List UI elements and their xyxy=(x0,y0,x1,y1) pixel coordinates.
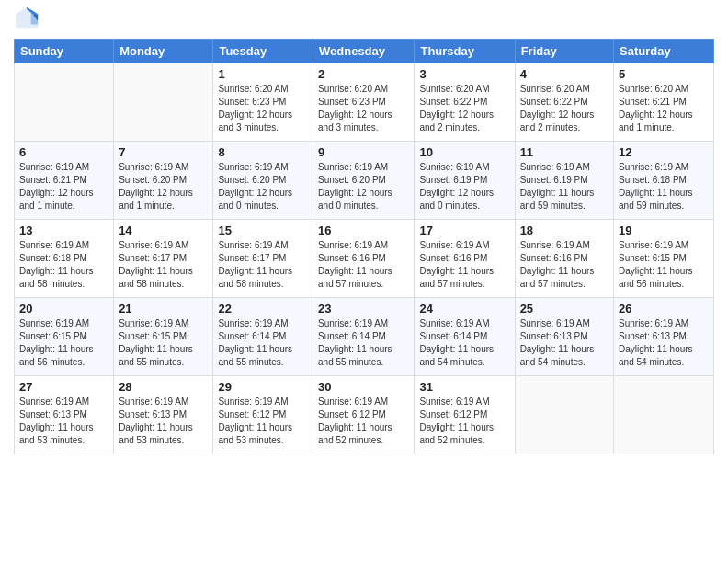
calendar-cell: 18Sunrise: 6:19 AM Sunset: 6:16 PM Dayli… xyxy=(515,220,613,298)
column-header-thursday: Thursday xyxy=(415,40,515,63)
day-info: Sunrise: 6:19 AM Sunset: 6:13 PM Dayligh… xyxy=(619,317,709,369)
day-number: 15 xyxy=(218,224,308,237)
day-info: Sunrise: 6:19 AM Sunset: 6:13 PM Dayligh… xyxy=(19,396,108,447)
day-number: 21 xyxy=(119,302,208,316)
day-number: 10 xyxy=(419,145,509,159)
calendar-cell: 6Sunrise: 6:19 AM Sunset: 6:21 PM Daylig… xyxy=(15,142,114,220)
day-info: Sunrise: 6:19 AM Sunset: 6:20 PM Dayligh… xyxy=(318,161,409,213)
day-number: 26 xyxy=(619,302,709,316)
calendar-cell: 2Sunrise: 6:20 AM Sunset: 6:23 PM Daylig… xyxy=(313,63,415,142)
day-info: Sunrise: 6:19 AM Sunset: 6:21 PM Dayligh… xyxy=(19,161,108,213)
day-info: Sunrise: 6:19 AM Sunset: 6:13 PM Dayligh… xyxy=(520,317,609,369)
calendar-header-row: SundayMondayTuesdayWednesdayThursdayFrid… xyxy=(15,40,714,63)
calendar-cell: 15Sunrise: 6:19 AM Sunset: 6:17 PM Dayli… xyxy=(213,220,313,298)
day-info: Sunrise: 6:19 AM Sunset: 6:18 PM Dayligh… xyxy=(619,161,709,213)
day-info: Sunrise: 6:19 AM Sunset: 6:12 PM Dayligh… xyxy=(218,396,308,447)
day-number: 9 xyxy=(318,145,409,159)
calendar-cell: 28Sunrise: 6:19 AM Sunset: 6:13 PM Dayli… xyxy=(114,376,213,454)
day-number: 25 xyxy=(520,302,609,316)
logo xyxy=(14,9,43,31)
day-info: Sunrise: 6:19 AM Sunset: 6:15 PM Dayligh… xyxy=(619,239,709,291)
day-info: Sunrise: 6:20 AM Sunset: 6:22 PM Dayligh… xyxy=(419,83,509,134)
day-info: Sunrise: 6:19 AM Sunset: 6:12 PM Dayligh… xyxy=(318,396,409,447)
week-row-4: 20Sunrise: 6:19 AM Sunset: 6:15 PM Dayli… xyxy=(15,298,714,376)
day-info: Sunrise: 6:20 AM Sunset: 6:23 PM Dayligh… xyxy=(318,83,409,134)
day-number: 17 xyxy=(419,224,509,237)
calendar-cell: 29Sunrise: 6:19 AM Sunset: 6:12 PM Dayli… xyxy=(213,376,313,454)
column-header-friday: Friday xyxy=(515,40,613,63)
day-info: Sunrise: 6:19 AM Sunset: 6:13 PM Dayligh… xyxy=(119,396,208,447)
calendar-cell: 31Sunrise: 6:19 AM Sunset: 6:12 PM Dayli… xyxy=(415,376,515,454)
week-row-3: 13Sunrise: 6:19 AM Sunset: 6:18 PM Dayli… xyxy=(15,220,714,298)
day-number: 5 xyxy=(619,67,709,81)
day-number: 28 xyxy=(119,380,208,394)
day-info: Sunrise: 6:19 AM Sunset: 6:18 PM Dayligh… xyxy=(19,239,108,291)
day-info: Sunrise: 6:19 AM Sunset: 6:17 PM Dayligh… xyxy=(218,239,308,291)
column-header-saturday: Saturday xyxy=(614,40,714,63)
day-number: 19 xyxy=(619,224,709,237)
calendar-cell: 27Sunrise: 6:19 AM Sunset: 6:13 PM Dayli… xyxy=(15,376,114,454)
calendar-cell xyxy=(15,63,114,142)
calendar-cell: 4Sunrise: 6:20 AM Sunset: 6:22 PM Daylig… xyxy=(515,63,613,142)
calendar-cell xyxy=(114,63,213,142)
column-header-tuesday: Tuesday xyxy=(213,40,313,63)
calendar-cell: 8Sunrise: 6:19 AM Sunset: 6:20 PM Daylig… xyxy=(213,142,313,220)
day-info: Sunrise: 6:19 AM Sunset: 6:20 PM Dayligh… xyxy=(218,161,308,213)
calendar-cell: 7Sunrise: 6:19 AM Sunset: 6:20 PM Daylig… xyxy=(114,142,213,220)
calendar-cell: 14Sunrise: 6:19 AM Sunset: 6:17 PM Dayli… xyxy=(114,220,213,298)
calendar-cell: 1Sunrise: 6:20 AM Sunset: 6:23 PM Daylig… xyxy=(213,63,313,142)
column-header-wednesday: Wednesday xyxy=(313,40,415,63)
day-number: 8 xyxy=(218,145,308,159)
column-header-monday: Monday xyxy=(114,40,213,63)
calendar-cell: 17Sunrise: 6:19 AM Sunset: 6:16 PM Dayli… xyxy=(415,220,515,298)
day-number: 11 xyxy=(520,145,609,159)
calendar-cell: 23Sunrise: 6:19 AM Sunset: 6:14 PM Dayli… xyxy=(313,298,415,376)
calendar-cell: 10Sunrise: 6:19 AM Sunset: 6:19 PM Dayli… xyxy=(415,142,515,220)
calendar-cell: 5Sunrise: 6:20 AM Sunset: 6:21 PM Daylig… xyxy=(614,63,714,142)
day-number: 31 xyxy=(419,380,509,394)
day-info: Sunrise: 6:19 AM Sunset: 6:20 PM Dayligh… xyxy=(119,161,208,213)
day-info: Sunrise: 6:19 AM Sunset: 6:16 PM Dayligh… xyxy=(419,239,509,291)
calendar-cell: 11Sunrise: 6:19 AM Sunset: 6:19 PM Dayli… xyxy=(515,142,613,220)
day-number: 7 xyxy=(119,145,208,159)
day-number: 4 xyxy=(520,67,609,81)
day-number: 12 xyxy=(619,145,709,159)
day-info: Sunrise: 6:19 AM Sunset: 6:16 PM Dayligh… xyxy=(318,239,409,291)
logo-icon xyxy=(14,6,40,31)
week-row-1: 1Sunrise: 6:20 AM Sunset: 6:23 PM Daylig… xyxy=(15,63,714,142)
day-number: 27 xyxy=(19,380,108,394)
day-number: 16 xyxy=(318,224,409,237)
calendar-cell: 21Sunrise: 6:19 AM Sunset: 6:15 PM Dayli… xyxy=(114,298,213,376)
day-number: 24 xyxy=(419,302,509,316)
calendar-cell: 25Sunrise: 6:19 AM Sunset: 6:13 PM Dayli… xyxy=(515,298,613,376)
calendar-page: SundayMondayTuesdayWednesdayThursdayFrid… xyxy=(0,0,728,563)
day-info: Sunrise: 6:20 AM Sunset: 6:22 PM Dayligh… xyxy=(520,83,609,134)
day-number: 18 xyxy=(520,224,609,237)
calendar-cell: 26Sunrise: 6:19 AM Sunset: 6:13 PM Dayli… xyxy=(614,298,714,376)
day-number: 30 xyxy=(318,380,409,394)
calendar-cell xyxy=(614,376,714,454)
calendar-cell: 12Sunrise: 6:19 AM Sunset: 6:18 PM Dayli… xyxy=(614,142,714,220)
day-info: Sunrise: 6:19 AM Sunset: 6:19 PM Dayligh… xyxy=(520,161,609,213)
day-number: 22 xyxy=(218,302,308,316)
day-info: Sunrise: 6:19 AM Sunset: 6:15 PM Dayligh… xyxy=(19,317,108,369)
calendar-cell: 16Sunrise: 6:19 AM Sunset: 6:16 PM Dayli… xyxy=(313,220,415,298)
calendar-cell: 19Sunrise: 6:19 AM Sunset: 6:15 PM Dayli… xyxy=(614,220,714,298)
day-info: Sunrise: 6:19 AM Sunset: 6:19 PM Dayligh… xyxy=(419,161,509,213)
day-number: 29 xyxy=(218,380,308,394)
day-info: Sunrise: 6:19 AM Sunset: 6:12 PM Dayligh… xyxy=(419,396,509,447)
day-info: Sunrise: 6:19 AM Sunset: 6:14 PM Dayligh… xyxy=(218,317,308,369)
calendar-cell: 24Sunrise: 6:19 AM Sunset: 6:14 PM Dayli… xyxy=(415,298,515,376)
week-row-5: 27Sunrise: 6:19 AM Sunset: 6:13 PM Dayli… xyxy=(15,376,714,454)
calendar-cell xyxy=(515,376,613,454)
calendar-cell: 9Sunrise: 6:19 AM Sunset: 6:20 PM Daylig… xyxy=(313,142,415,220)
day-info: Sunrise: 6:20 AM Sunset: 6:21 PM Dayligh… xyxy=(619,83,709,134)
day-info: Sunrise: 6:20 AM Sunset: 6:23 PM Dayligh… xyxy=(218,83,308,134)
calendar-table: SundayMondayTuesdayWednesdayThursdayFrid… xyxy=(14,39,714,454)
column-header-sunday: Sunday xyxy=(15,40,114,63)
day-number: 20 xyxy=(19,302,108,316)
calendar-cell: 13Sunrise: 6:19 AM Sunset: 6:18 PM Dayli… xyxy=(15,220,114,298)
day-number: 14 xyxy=(119,224,208,237)
week-row-2: 6Sunrise: 6:19 AM Sunset: 6:21 PM Daylig… xyxy=(15,142,714,220)
day-info: Sunrise: 6:19 AM Sunset: 6:17 PM Dayligh… xyxy=(119,239,208,291)
